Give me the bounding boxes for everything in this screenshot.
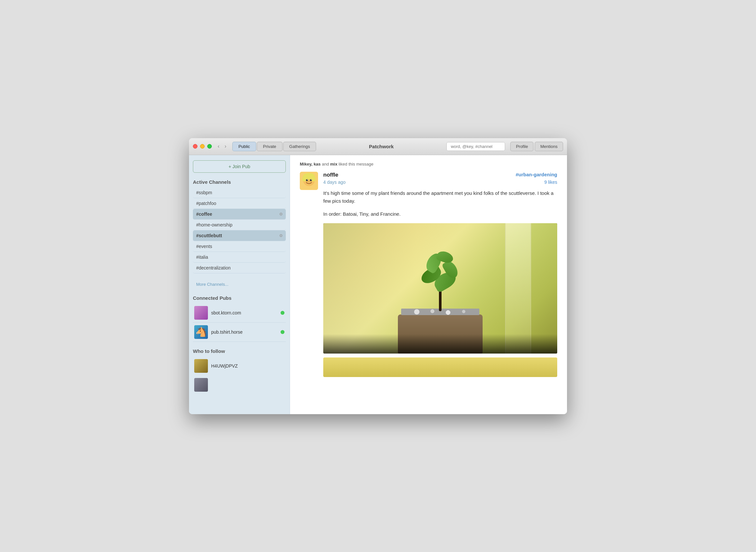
follow-item-2[interactable]	[193, 375, 286, 394]
channel-item-patchfoo[interactable]: #patchfoo	[193, 198, 286, 209]
channel-item-scuttlebutt[interactable]: #scuttlebutt ⊙	[193, 230, 286, 241]
svg-point-8	[311, 179, 312, 180]
who-to-follow-title: Who to follow	[193, 348, 286, 354]
pub-name: pub.tshirt.horse	[211, 329, 277, 335]
channel-name: #patchfoo	[196, 201, 216, 206]
join-pub-button[interactable]: + Join Pub	[193, 160, 286, 173]
tab-public[interactable]: Public	[232, 142, 256, 151]
like-notice-and: and	[322, 162, 330, 166]
message-container: Mikey, kas and mix liked this message	[290, 155, 567, 384]
close-button[interactable]	[193, 144, 197, 149]
pub-name: sbot.ktorn.com	[211, 310, 277, 315]
notification-icon: ⊙	[279, 233, 283, 238]
horse-icon: 🐴	[195, 326, 207, 337]
pub-item-horse[interactable]: 🐴 pub.tshirt.horse	[193, 322, 286, 342]
pub-list: sbot.ktorn.com 🐴 pub.tshirt.horse	[193, 303, 286, 342]
like-notice-users: Mikey, kas	[300, 162, 321, 166]
profile-button[interactable]: Profile	[510, 142, 534, 151]
svg-point-3	[302, 176, 307, 181]
tab-private[interactable]: Private	[257, 142, 282, 151]
svg-point-4	[311, 176, 316, 181]
post-avatar	[300, 172, 318, 190]
avatar-svg	[300, 172, 318, 190]
follow-avatar	[194, 359, 208, 373]
channel-name: #home-ownership	[196, 222, 232, 228]
channel-name: #coffee	[196, 212, 212, 217]
plant-scene	[323, 223, 557, 354]
svg-point-7	[307, 179, 308, 180]
channel-name: #decentralization	[196, 265, 231, 270]
active-channels-title: Active Channels	[193, 179, 286, 185]
post-image-2-peek	[323, 358, 557, 377]
post-text-2: In order: Batoai, Tiny, and Francine.	[323, 210, 557, 218]
app-window: ‹ › Public Private Gatherings Patchwork …	[189, 138, 567, 414]
channel-item-home-ownership[interactable]: #home-ownership	[193, 220, 286, 230]
traffic-lights	[193, 144, 212, 149]
more-channels-link[interactable]: More Channels...	[193, 280, 286, 289]
post-body: noffle #urban-gardening 4 days ago 9 lik…	[323, 172, 557, 377]
like-notice: Mikey, kas and mix liked this message	[300, 162, 557, 166]
channel-item-events[interactable]: #events	[193, 241, 286, 252]
pub-avatar-horse: 🐴	[194, 325, 208, 339]
pub-status-online	[281, 311, 285, 315]
channel-name: #events	[196, 244, 212, 249]
channel-item-coffee[interactable]: #coffee ⊙	[193, 209, 286, 220]
nav-arrows: ‹ ›	[216, 143, 229, 150]
post-likes: 9 likes	[544, 179, 557, 185]
post-text-1: It's high time some of my plant friends …	[323, 189, 557, 205]
pub-status-online	[281, 330, 285, 334]
search-input[interactable]	[446, 142, 505, 151]
channel-item-ssbpm[interactable]: #ssbpm	[193, 187, 286, 198]
channel-name: #ssbpm	[196, 190, 212, 195]
mentions-button[interactable]: Mentions	[535, 142, 563, 151]
sidebar: + Join Pub Active Channels #ssbpm #patch…	[189, 155, 290, 414]
channel-item-italia[interactable]: #italia	[193, 252, 286, 263]
follow-item-h4uwj[interactable]: H4UWjDPVZ	[193, 357, 286, 375]
post: noffle #urban-gardening 4 days ago 9 lik…	[300, 172, 557, 377]
main-layout: + Join Pub Active Channels #ssbpm #patch…	[189, 155, 567, 414]
svg-point-6	[310, 179, 312, 181]
svg-point-5	[306, 179, 308, 181]
follow-name: H4UWjDPVZ	[211, 363, 238, 369]
channel-name: #italia	[196, 255, 208, 260]
post-header: noffle #urban-gardening	[323, 172, 557, 178]
notification-icon: ⊙	[279, 212, 283, 217]
channel-list: #ssbpm #patchfoo #coffee ⊙ #home-ownersh…	[193, 187, 286, 273]
post-channel[interactable]: #urban-gardening	[515, 172, 557, 177]
follow-avatar-2	[194, 378, 208, 392]
titlebar: ‹ › Public Private Gatherings Patchwork …	[189, 138, 567, 155]
app-title: Patchwork	[316, 144, 446, 149]
tab-group: Public Private Gatherings	[232, 142, 316, 151]
post-time: 4 days ago	[323, 179, 346, 185]
connected-pubs-title: Connected Pubs	[193, 295, 286, 301]
channel-item-decentralization[interactable]: #decentralization	[193, 263, 286, 273]
content-area: Mikey, kas and mix liked this message	[290, 155, 567, 414]
minimize-button[interactable]	[200, 144, 205, 149]
pub-item-ktorn[interactable]: sbot.ktorn.com	[193, 303, 286, 322]
like-notice-action: liked this message	[338, 162, 373, 166]
tab-gatherings[interactable]: Gatherings	[283, 142, 316, 151]
post-image-1	[323, 223, 557, 354]
pub-avatar-ktorn	[194, 306, 208, 320]
follow-list: H4UWjDPVZ	[193, 357, 286, 394]
like-notice-mix: mix	[330, 162, 337, 166]
svg-point-9	[308, 181, 310, 182]
channel-name: #scuttlebutt	[196, 233, 222, 238]
post-author: noffle	[323, 172, 338, 178]
maximize-button[interactable]	[207, 144, 212, 149]
back-button[interactable]: ‹	[216, 143, 221, 150]
forward-button[interactable]: ›	[222, 143, 228, 150]
dark-bottom	[323, 334, 557, 354]
